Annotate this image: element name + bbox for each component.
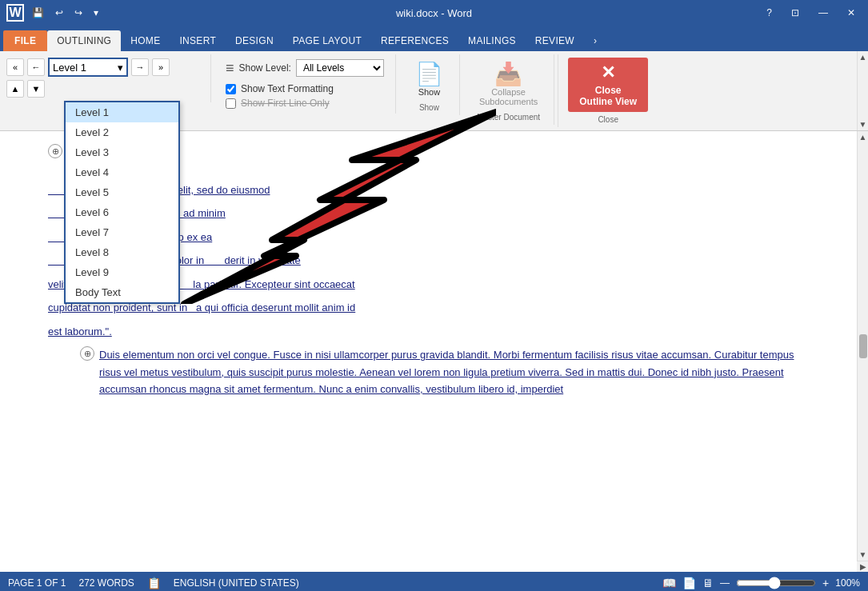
outline-promote-all-btn[interactable]: «: [6, 58, 24, 76]
word-count: 272 WORDS: [78, 577, 134, 589]
title-bar-left: W 💾 ↩ ↪ ▾: [6, 4, 102, 22]
collapse-btn-label: CollapseSubdocuments: [479, 87, 538, 106]
show-level-dropdown[interactable]: All Levels: [296, 59, 384, 77]
outline-level-dropdown[interactable]: Level 1 ▾: [48, 58, 128, 77]
close-group-label: Close: [598, 115, 618, 124]
tab-file[interactable]: FILE: [3, 30, 47, 51]
dropdown-item-level2[interactable]: Level 2: [66, 122, 178, 142]
tab-more[interactable]: ›: [584, 30, 606, 51]
outline-demote-all-btn[interactable]: »: [152, 58, 170, 76]
doc-para-7: est laborum.".: [48, 323, 809, 340]
tab-outlining[interactable]: OUTLINING: [47, 30, 121, 51]
expand-icon-heading[interactable]: ⊕: [48, 144, 62, 158]
outline-demote-btn[interactable]: →: [131, 58, 149, 76]
show-text-formatting-row: Show Text Formatting: [222, 82, 387, 96]
tab-design[interactable]: DESIGN: [226, 30, 283, 51]
title-bar-controls: ? ⊡ — ✕: [760, 6, 862, 20]
dropdown-item-level1[interactable]: Level 1: [66, 102, 178, 122]
ribbon-scroll-up[interactable]: ▲: [859, 53, 867, 62]
h-scroll-right-arrow[interactable]: ▶: [858, 562, 868, 571]
zoom-out-icon[interactable]: —: [720, 577, 730, 589]
collapse-icon: 📥: [494, 61, 522, 87]
redo-qat-btn[interactable]: ↪: [71, 6, 86, 20]
show-level-label: Show Level:: [239, 62, 291, 74]
show-first-line-checkbox[interactable]: [226, 98, 236, 109]
close-x-icon: ✕: [601, 62, 615, 83]
collapse-subdocs-group: 📥 CollapseSubdocuments Master Document: [463, 54, 554, 125]
zoom-level: 100%: [835, 577, 860, 589]
outline-move-up-btn[interactable]: ▲: [6, 80, 24, 98]
restore-btn[interactable]: ⊡: [785, 6, 806, 20]
doc-view-icon[interactable]: 📖: [662, 577, 676, 589]
dropdown-item-body-text[interactable]: Body Text: [66, 282, 178, 302]
doc-sub-para: Duis elementum non orci vel congue. Fusc…: [99, 346, 809, 397]
tab-insert[interactable]: INSERT: [170, 30, 226, 51]
dropdown-item-level8[interactable]: Level 8: [66, 242, 178, 262]
dropdown-item-level7[interactable]: Level 7: [66, 222, 178, 242]
close-window-btn[interactable]: ✕: [841, 6, 862, 20]
customize-qat-btn[interactable]: ▾: [90, 6, 102, 20]
title-bar: W 💾 ↩ ↪ ▾ wiki.docx - Word ? ⊡ — ✕: [0, 0, 868, 26]
tab-mailings[interactable]: MAILINGS: [458, 30, 526, 51]
show-level-icon: ≡: [226, 60, 234, 77]
show-text-formatting-checkbox[interactable]: [226, 84, 236, 94]
dropdown-item-level4[interactable]: Level 4: [66, 162, 178, 182]
undo-qat-btn[interactable]: ↩: [52, 6, 66, 20]
close-outline-label: CloseOutline View: [579, 85, 637, 107]
save-qat-btn[interactable]: 💾: [29, 6, 47, 20]
page-count: PAGE 1 OF 1: [8, 577, 66, 589]
show-section-label: Show: [409, 103, 450, 112]
tab-home[interactable]: HOME: [121, 30, 170, 51]
scroll-up-arrow[interactable]: ▲: [859, 133, 867, 142]
level-dropdown-value: Level 1: [53, 62, 86, 74]
show-first-line-row: Show First Line Only: [222, 96, 387, 110]
close-outline-btn[interactable]: ✕ CloseOutline View: [568, 58, 648, 112]
tab-references[interactable]: REFERENCES: [371, 30, 458, 51]
status-right: 📖 📄 🖥 — + 100%: [662, 577, 860, 589]
tab-review[interactable]: REVIEW: [526, 30, 584, 51]
expand-icon-subitem[interactable]: ⊕: [80, 346, 94, 361]
word-icon: W: [6, 4, 24, 22]
show-icon: 📄: [415, 61, 443, 87]
level-dropdown-arrow: ▾: [118, 62, 123, 74]
ribbon-tabs: FILE OUTLINING HOME INSERT DESIGN PAGE L…: [0, 26, 868, 51]
dropdown-item-level3[interactable]: Level 3: [66, 142, 178, 162]
proofing-icon: 📋: [147, 577, 161, 589]
title-bar-title: wiki.docx - Word: [396, 7, 472, 19]
show-btn-label: Show: [418, 87, 441, 97]
level-dropdown-menu: Level 1 Level 2 Level 3 Level 4 Level 5 …: [64, 101, 180, 304]
scroll-thumb[interactable]: [859, 334, 867, 358]
outline-move-down-btn[interactable]: ▼: [27, 80, 45, 98]
dropdown-item-level6[interactable]: Level 6: [66, 202, 178, 222]
tab-page-layout[interactable]: PAGE LAYOUT: [283, 30, 371, 51]
show-text-formatting-label: Show Text Formatting: [241, 83, 334, 94]
scroll-down-arrow[interactable]: ▼: [859, 550, 867, 559]
show-btn-group: 📄 Show Show: [399, 54, 460, 115]
doc-scrollbar-right[interactable]: ▲ ▼: [857, 131, 868, 561]
doc-sub-item: ⊕ Duis elementum non orci vel congue. Fu…: [80, 346, 809, 397]
minimize-btn[interactable]: —: [812, 6, 834, 20]
outline-promote-btn[interactable]: ←: [27, 58, 45, 76]
show-btn[interactable]: 📄 Show: [409, 58, 450, 100]
master-doc-label: Master Document: [473, 113, 544, 122]
language: ENGLISH (UNITED STATES): [174, 577, 299, 589]
show-first-line-label: Show First Line Only: [241, 98, 330, 109]
dropdown-item-level9[interactable]: Level 9: [66, 262, 178, 282]
status-bar: PAGE 1 OF 1 272 WORDS 📋 ENGLISH (UNITED …: [0, 572, 868, 591]
ribbon-scroll-down[interactable]: ▼: [859, 120, 867, 129]
zoom-slider[interactable]: [736, 577, 816, 589]
zoom-in-icon[interactable]: +: [822, 577, 829, 589]
show-level-row: ≡ Show Level: All Levels: [222, 58, 387, 78]
print-view-icon[interactable]: 📄: [682, 577, 696, 589]
help-btn[interactable]: ?: [760, 6, 778, 20]
ribbon-scrollbar[interactable]: ▲ ▼: [857, 51, 868, 130]
collapse-subdocs-btn[interactable]: 📥 CollapseSubdocuments: [473, 58, 544, 110]
dropdown-item-level5[interactable]: Level 5: [66, 182, 178, 202]
web-view-icon[interactable]: 🖥: [702, 577, 714, 589]
